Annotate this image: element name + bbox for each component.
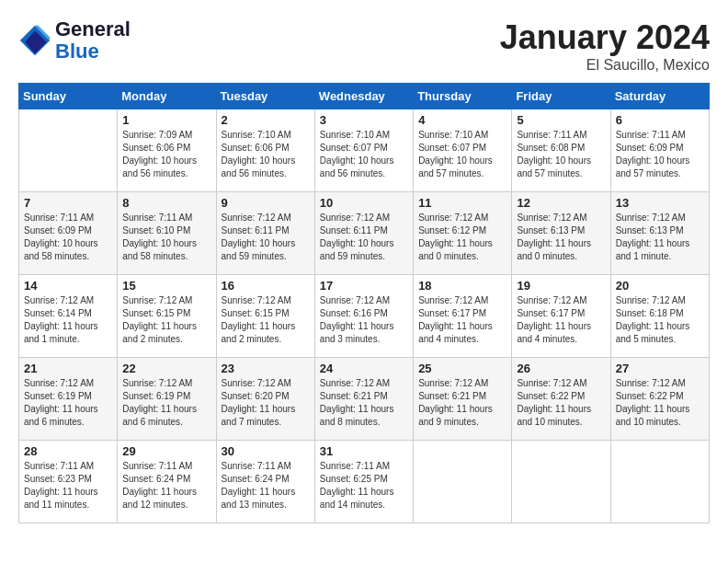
day-number: 2 [222, 113, 310, 127]
weekday-wednesday: Wednesday [314, 84, 413, 109]
day-number: 17 [320, 279, 408, 293]
calendar-cell: 17Sunrise: 7:12 AM Sunset: 6:16 PM Dayli… [314, 275, 413, 358]
calendar-cell: 11Sunrise: 7:12 AM Sunset: 6:12 PM Dayli… [414, 192, 512, 275]
calendar-cell: 30Sunrise: 7:11 AM Sunset: 6:24 PM Dayli… [216, 441, 314, 523]
day-number: 20 [616, 279, 704, 293]
logo-text: General Blue [55, 18, 131, 63]
calendar-cell: 5Sunrise: 7:11 AM Sunset: 6:08 PM Daylig… [512, 109, 610, 192]
day-info: Sunrise: 7:12 AM Sunset: 6:17 PM Dayligh… [418, 294, 506, 346]
day-info: Sunrise: 7:11 AM Sunset: 6:25 PM Dayligh… [320, 460, 408, 511]
calendar-cell: 1Sunrise: 7:09 AM Sunset: 6:06 PM Daylig… [118, 109, 216, 192]
day-info: Sunrise: 7:12 AM Sunset: 6:21 PM Dayligh… [418, 377, 506, 429]
calendar-body: 1Sunrise: 7:09 AM Sunset: 6:06 PM Daylig… [19, 109, 710, 523]
month-title: January 2024 [500, 18, 710, 57]
week-row-1: 1Sunrise: 7:09 AM Sunset: 6:06 PM Daylig… [19, 109, 710, 192]
calendar-cell: 18Sunrise: 7:12 AM Sunset: 6:17 PM Dayli… [414, 275, 512, 358]
day-info: Sunrise: 7:12 AM Sunset: 6:13 PM Dayligh… [517, 212, 605, 263]
day-number: 25 [418, 362, 506, 375]
day-number: 14 [24, 279, 112, 293]
calendar-cell [512, 441, 610, 523]
day-number: 28 [24, 444, 112, 458]
calendar-cell: 24Sunrise: 7:12 AM Sunset: 6:21 PM Dayli… [314, 358, 413, 441]
day-info: Sunrise: 7:12 AM Sunset: 6:22 PM Dayligh… [616, 377, 704, 429]
weekday-saturday: Saturday [610, 84, 709, 109]
calendar-cell: 31Sunrise: 7:11 AM Sunset: 6:25 PM Dayli… [314, 441, 413, 523]
day-info: Sunrise: 7:12 AM Sunset: 6:13 PM Dayligh… [616, 212, 704, 263]
calendar-cell: 25Sunrise: 7:12 AM Sunset: 6:21 PM Dayli… [414, 358, 512, 441]
day-info: Sunrise: 7:12 AM Sunset: 6:11 PM Dayligh… [222, 212, 310, 263]
day-number: 8 [122, 196, 210, 210]
day-number: 5 [517, 113, 605, 127]
day-info: Sunrise: 7:12 AM Sunset: 6:21 PM Dayligh… [320, 377, 408, 429]
day-info: Sunrise: 7:12 AM Sunset: 6:17 PM Dayligh… [517, 294, 605, 346]
day-number: 21 [24, 362, 112, 375]
day-info: Sunrise: 7:10 AM Sunset: 6:07 PM Dayligh… [320, 129, 408, 180]
calendar-cell [610, 441, 709, 523]
week-row-2: 7Sunrise: 7:11 AM Sunset: 6:09 PM Daylig… [19, 192, 710, 275]
day-number: 6 [616, 113, 704, 127]
day-info: Sunrise: 7:12 AM Sunset: 6:14 PM Dayligh… [24, 294, 112, 346]
day-info: Sunrise: 7:12 AM Sunset: 6:19 PM Dayligh… [24, 377, 112, 429]
day-number: 12 [517, 196, 605, 210]
day-info: Sunrise: 7:10 AM Sunset: 6:07 PM Dayligh… [418, 129, 506, 180]
calendar-cell: 12Sunrise: 7:12 AM Sunset: 6:13 PM Dayli… [512, 192, 610, 275]
day-number: 13 [616, 196, 704, 210]
day-number: 10 [320, 196, 408, 210]
day-number: 11 [418, 196, 506, 210]
location-subtitle: El Saucillo, Mexico [500, 57, 710, 74]
day-number: 19 [517, 279, 605, 293]
day-info: Sunrise: 7:12 AM Sunset: 6:19 PM Dayligh… [122, 377, 210, 429]
day-info: Sunrise: 7:11 AM Sunset: 6:09 PM Dayligh… [616, 129, 704, 180]
calendar-cell: 22Sunrise: 7:12 AM Sunset: 6:19 PM Dayli… [118, 358, 216, 441]
day-number: 16 [222, 279, 310, 293]
week-row-4: 21Sunrise: 7:12 AM Sunset: 6:19 PM Dayli… [19, 358, 710, 441]
calendar-cell: 19Sunrise: 7:12 AM Sunset: 6:17 PM Dayli… [512, 275, 610, 358]
calendar-cell: 29Sunrise: 7:11 AM Sunset: 6:24 PM Dayli… [118, 441, 216, 523]
calendar-cell: 26Sunrise: 7:12 AM Sunset: 6:22 PM Dayli… [512, 358, 610, 441]
day-info: Sunrise: 7:12 AM Sunset: 6:12 PM Dayligh… [418, 212, 506, 263]
day-number: 30 [222, 444, 310, 458]
calendar-cell: 6Sunrise: 7:11 AM Sunset: 6:09 PM Daylig… [610, 109, 709, 192]
calendar-cell: 13Sunrise: 7:12 AM Sunset: 6:13 PM Dayli… [610, 192, 709, 275]
calendar-cell: 4Sunrise: 7:10 AM Sunset: 6:07 PM Daylig… [414, 109, 512, 192]
day-info: Sunrise: 7:11 AM Sunset: 6:09 PM Dayligh… [24, 212, 112, 263]
day-info: Sunrise: 7:12 AM Sunset: 6:15 PM Dayligh… [222, 294, 310, 346]
calendar-cell: 7Sunrise: 7:11 AM Sunset: 6:09 PM Daylig… [19, 192, 118, 275]
calendar-cell: 3Sunrise: 7:10 AM Sunset: 6:07 PM Daylig… [314, 109, 413, 192]
day-number: 31 [320, 444, 408, 458]
weekday-thursday: Thursday [414, 84, 512, 109]
weekday-header-row: SundayMondayTuesdayWednesdayThursdayFrid… [19, 84, 710, 109]
day-info: Sunrise: 7:11 AM Sunset: 6:08 PM Dayligh… [517, 129, 605, 180]
day-info: Sunrise: 7:10 AM Sunset: 6:06 PM Dayligh… [222, 129, 310, 180]
calendar-cell [414, 441, 512, 523]
logo: General Blue [18, 18, 131, 63]
weekday-friday: Friday [512, 84, 610, 109]
day-info: Sunrise: 7:12 AM Sunset: 6:20 PM Dayligh… [222, 377, 310, 429]
day-info: Sunrise: 7:11 AM Sunset: 6:10 PM Dayligh… [122, 212, 210, 263]
calendar-cell: 21Sunrise: 7:12 AM Sunset: 6:19 PM Dayli… [19, 358, 118, 441]
day-number: 3 [320, 113, 408, 127]
calendar-cell: 20Sunrise: 7:12 AM Sunset: 6:18 PM Dayli… [610, 275, 709, 358]
day-number: 1 [122, 113, 210, 127]
weekday-monday: Monday [118, 84, 216, 109]
calendar-cell: 16Sunrise: 7:12 AM Sunset: 6:15 PM Dayli… [216, 275, 314, 358]
day-number: 15 [122, 279, 210, 293]
weekday-sunday: Sunday [19, 84, 118, 109]
day-number: 29 [122, 444, 210, 458]
day-info: Sunrise: 7:11 AM Sunset: 6:24 PM Dayligh… [222, 460, 310, 511]
week-row-3: 14Sunrise: 7:12 AM Sunset: 6:14 PM Dayli… [19, 275, 710, 358]
calendar-cell: 8Sunrise: 7:11 AM Sunset: 6:10 PM Daylig… [118, 192, 216, 275]
day-number: 26 [517, 362, 605, 375]
day-number: 7 [24, 196, 112, 210]
day-number: 4 [418, 113, 506, 127]
day-info: Sunrise: 7:12 AM Sunset: 6:22 PM Dayligh… [517, 377, 605, 429]
calendar-cell: 27Sunrise: 7:12 AM Sunset: 6:22 PM Dayli… [610, 358, 709, 441]
day-number: 22 [122, 362, 210, 375]
day-info: Sunrise: 7:12 AM Sunset: 6:11 PM Dayligh… [320, 212, 408, 263]
calendar-cell: 9Sunrise: 7:12 AM Sunset: 6:11 PM Daylig… [216, 192, 314, 275]
calendar-table: SundayMondayTuesdayWednesdayThursdayFrid… [18, 83, 710, 523]
calendar-cell: 2Sunrise: 7:10 AM Sunset: 6:06 PM Daylig… [216, 109, 314, 192]
day-info: Sunrise: 7:12 AM Sunset: 6:15 PM Dayligh… [122, 294, 210, 346]
day-number: 27 [616, 362, 704, 375]
title-block: January 2024 El Saucillo, Mexico [500, 18, 710, 74]
